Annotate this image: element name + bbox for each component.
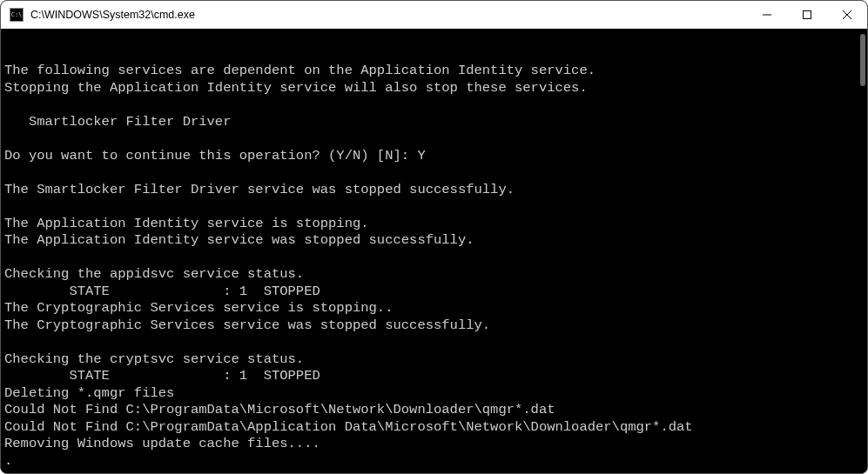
- cmd-icon: C:\: [10, 8, 24, 22]
- minimize-button[interactable]: [747, 1, 787, 29]
- console-line: The Cryptographic Services service is st…: [4, 300, 864, 317]
- console-line: The Cryptographic Services service was s…: [4, 317, 864, 335]
- window-controls: [747, 1, 867, 29]
- console-line: The following services are dependent on …: [4, 63, 864, 80]
- maximize-button[interactable]: [787, 1, 827, 29]
- console-line: [4, 97, 864, 114]
- close-button[interactable]: [827, 1, 867, 29]
- console-line: The Application Identity service is stop…: [4, 216, 864, 233]
- window-title: C:\WINDOWS\System32\cmd.exe: [30, 9, 747, 21]
- scrollbar-thumb[interactable]: [860, 34, 865, 86]
- console-line: Stopping the Application Identity servic…: [4, 80, 864, 97]
- console-line: [4, 164, 864, 182]
- close-icon: [843, 10, 851, 19]
- console-line: The Application Identity service was sto…: [4, 232, 864, 250]
- console-line: Do you want to continue this operation? …: [4, 148, 864, 165]
- console-line: [4, 198, 864, 216]
- console-line: [4, 334, 864, 351]
- cmd-icon-glyph: C:\: [11, 12, 23, 18]
- console-line: Removing Windows update cache files....: [4, 436, 864, 453]
- console-line: STATE : 1 STOPPED: [4, 284, 864, 301]
- console-line: [4, 130, 864, 148]
- console-lines-container: The following services are dependent on …: [4, 63, 864, 470]
- console-line: STATE : 1 STOPPED: [4, 368, 864, 385]
- svg-rect-1: [804, 11, 811, 19]
- maximize-icon: [803, 10, 811, 19]
- window-frame: C:\ C:\WINDOWS\System32\cmd.exe The foll…: [0, 0, 868, 474]
- console-output[interactable]: The following services are dependent on …: [1, 29, 867, 473]
- console-line: Deleting *.qmgr files: [4, 385, 864, 403]
- minimize-icon: [763, 10, 771, 19]
- console-line: Checking the appidsvc service status.: [4, 266, 864, 284]
- console-line: .: [4, 453, 864, 471]
- titlebar[interactable]: C:\ C:\WINDOWS\System32\cmd.exe: [1, 1, 867, 29]
- console-line: Smartlocker Filter Driver: [4, 114, 864, 131]
- console-line: Checking the cryptsvc service status.: [4, 351, 864, 369]
- console-line: The Smartlocker Filter Driver service wa…: [4, 182, 864, 199]
- console-line: Could Not Find C:\ProgramData\Applicatio…: [4, 419, 864, 437]
- console-line: Could Not Find C:\ProgramData\Microsoft\…: [4, 402, 864, 419]
- console-line: [4, 250, 864, 267]
